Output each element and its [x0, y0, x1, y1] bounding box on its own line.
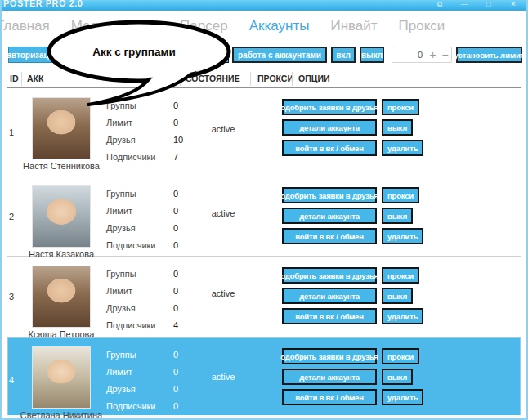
account-photo	[33, 186, 90, 247]
table-row[interactable]: 3 Ксюша Петрова Группы 0 Лимит 0 Друзья …	[7, 257, 521, 337]
account-off-button[interactable]: выкл	[382, 119, 413, 136]
authorize-button[interactable]: авторизация	[8, 47, 57, 63]
account-stats: Группы 0 Лимит 0 Друзья 0 Подписчики 0	[106, 185, 204, 254]
stat-label-limit: Лимит	[106, 286, 132, 296]
column-header-id: ID	[10, 74, 19, 83]
approve-friend-requests-button[interactable]: одобрить заявки в друзья	[282, 348, 377, 364]
stat-label-limit: Лимит	[106, 367, 132, 377]
stat-value-subscribers: 0	[173, 240, 178, 250]
login-vk-exchange-button[interactable]: войти в вк / обмен	[282, 228, 377, 244]
account-actions: одобрить заявки в друзья прокси детали а…	[282, 267, 423, 324]
maximize-button[interactable]: □	[482, 0, 495, 9]
tab-invite[interactable]: Инвайт	[330, 18, 377, 34]
stat-value-subscribers: 0	[173, 401, 178, 411]
account-name: Светлана Никитина	[12, 410, 110, 420]
proxy-button[interactable]: прокси	[382, 348, 419, 364]
approve-friend-requests-button[interactable]: одобрить заявки в друзья	[282, 187, 377, 203]
stat-value-groups: 0	[173, 189, 178, 199]
account-state: active	[198, 337, 248, 416]
account-details-button[interactable]: детали аккаунта	[282, 119, 377, 136]
column-divider	[292, 72, 293, 86]
work-with-accounts-button[interactable]: работа с аккаунтами	[232, 47, 327, 63]
account-photo	[33, 347, 90, 408]
delete-account-button[interactable]: удалить	[382, 308, 423, 324]
account-photo	[33, 98, 90, 159]
stat-value-groups: 0	[173, 269, 178, 279]
off-button[interactable]: выкл	[360, 47, 384, 63]
covered-button-edge[interactable]	[217, 47, 229, 63]
tab-glavnaya[interactable]: Главная	[0, 18, 50, 34]
column-divider	[180, 72, 181, 86]
account-id: 2	[9, 176, 22, 256]
stat-value-limit: 0	[173, 118, 178, 127]
proxy-button[interactable]: прокси	[382, 267, 419, 284]
stat-label-groups: Группы	[106, 101, 136, 110]
tab-mediafiles[interactable]: Медиафайлы	[71, 18, 159, 34]
account-off-button[interactable]: выкл	[382, 208, 413, 224]
account-actions: одобрить заявки в друзья прокси детали а…	[282, 348, 423, 405]
tab-proxy[interactable]: Прокси	[399, 18, 445, 34]
account-state: active	[198, 88, 248, 169]
set-limit-button[interactable]: установить лимит	[456, 47, 522, 63]
proxy-button[interactable]: прокси	[382, 187, 419, 203]
account-state: active	[198, 176, 248, 249]
column-header-state: СОСТОЯНИЕ	[186, 74, 240, 83]
stat-value-friends: 0	[173, 223, 178, 233]
account-stats: Группы 0 Лимит 0 Друзья 10 Подписчики 7	[106, 97, 204, 166]
approve-friend-requests-button[interactable]: одобрить заявки в друзья	[282, 99, 377, 115]
stat-label-friends: Друзья	[106, 384, 136, 394]
approve-friend-requests-button[interactable]: одобрить заявки в друзья	[282, 267, 377, 284]
stat-label-groups: Группы	[106, 189, 136, 199]
account-off-button[interactable]: выкл	[382, 288, 413, 304]
limit-value: 0	[392, 50, 427, 60]
delete-account-button[interactable]: удалить	[382, 228, 423, 244]
on-button[interactable]: вкл	[331, 47, 356, 63]
scrollbar-track	[521, 69, 521, 418]
delete-account-button[interactable]: удалить	[382, 389, 423, 405]
minimize-button[interactable]: —	[458, 0, 471, 9]
account-off-button[interactable]: выкл	[382, 369, 413, 385]
account-state: active	[198, 257, 248, 330]
login-vk-exchange-button[interactable]: войти в вк / обмен	[282, 140, 377, 156]
account-details-button[interactable]: детали аккаунта	[282, 288, 377, 304]
stat-label-limit: Лимит	[106, 206, 132, 216]
account-photo	[33, 266, 90, 327]
table-left-border	[7, 69, 7, 418]
column-divider	[21, 72, 22, 86]
delete-account-button[interactable]: удалить	[382, 140, 423, 156]
tab-parser[interactable]: Парсер	[180, 18, 228, 34]
stat-value-friends: 0	[173, 303, 178, 313]
stat-value-subscribers: 7	[173, 152, 178, 162]
window-controls: ⧉ — □ ✕	[433, 0, 520, 9]
stat-label-friends: Друзья	[106, 303, 136, 313]
account-details-button[interactable]: детали аккаунта	[282, 208, 377, 224]
table-row[interactable]: 2 Настя Казакова Группы 0 Лимит 0 Друзья…	[7, 176, 521, 257]
column-header-proxy: ПРОКСИ	[257, 74, 293, 83]
stat-value-friends: 0	[173, 384, 178, 394]
tab-accounts[interactable]: Аккаунты	[249, 18, 310, 34]
account-stats: Группы 0 Лимит 0 Друзья 0 Подписчики 0	[106, 346, 204, 415]
stat-label-subscribers: Подписчики	[106, 240, 156, 250]
stat-label-friends: Друзья	[106, 135, 136, 145]
account-id: 3	[9, 257, 22, 337]
account-details-button[interactable]: детали аккаунта	[282, 369, 377, 385]
limit-increment-button[interactable]: +	[427, 47, 439, 62]
account-actions: одобрить заявки в друзья прокси детали а…	[282, 99, 423, 156]
stat-value-limit: 0	[173, 286, 178, 296]
titlebar: POSTER PRO 2.0 ⧉ — □ ✕	[0, 0, 528, 11]
table-row[interactable]: 4 Светлана Никитина Группы 0 Лимит 0 Дру…	[7, 337, 521, 420]
close-button[interactable]: ✕	[507, 0, 520, 9]
login-vk-exchange-button[interactable]: войти в вк / обмен	[282, 308, 377, 324]
login-vk-exchange-button[interactable]: войти в вк / обмен	[282, 389, 377, 405]
proxy-button[interactable]: прокси	[382, 99, 419, 115]
stat-value-limit: 0	[173, 206, 178, 216]
window-title: POSTER PRO 2.0	[3, 0, 83, 8]
menubar: Главная Медиафайлы Парсер Аккаунты Инвай…	[2, 11, 528, 41]
limit-decrement-button[interactable]: −	[439, 47, 451, 62]
stat-label-friends: Друзья	[106, 223, 136, 233]
table-row[interactable]: 1 Настя Стенникова Группы 0 Лимит 0 Друз…	[7, 88, 521, 176]
column-header-options: ОПЦИИ	[298, 74, 329, 83]
stat-value-groups: 0	[173, 101, 178, 110]
app-window-icon: ⧉	[433, 0, 446, 9]
table-header: ID АКК СОСТОЯНИЕ ПРОКСИ ОПЦИИ	[7, 69, 521, 88]
